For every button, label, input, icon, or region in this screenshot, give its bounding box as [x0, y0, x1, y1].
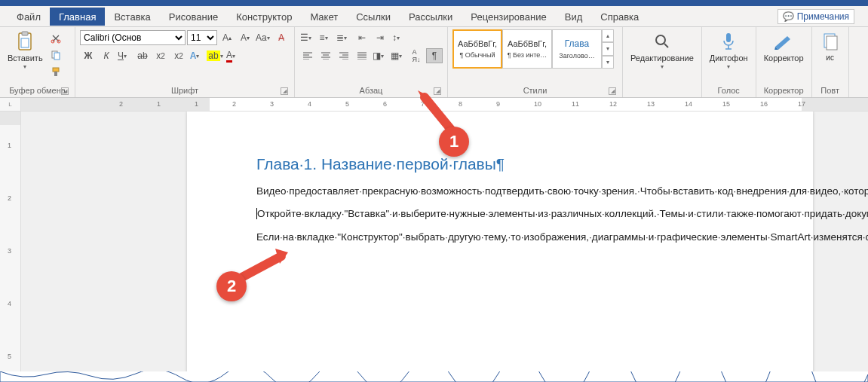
- tab-design[interactable]: Конструктор: [227, 8, 301, 26]
- svg-rect-2: [21, 38, 29, 47]
- clear-formatting-button[interactable]: A̶: [273, 30, 290, 45]
- tab-file[interactable]: Файл: [8, 8, 50, 26]
- comments-button[interactable]: 💬 Примечания: [778, 9, 854, 24]
- copy-button[interactable]: [48, 47, 64, 63]
- styles-scroll-up[interactable]: ▴: [602, 29, 614, 42]
- style-no-spacing[interactable]: АаБбВвГг, ¶ Без инте…: [502, 29, 552, 69]
- multilevel-button[interactable]: ≣▾: [336, 30, 352, 45]
- styles-expand[interactable]: ▾: [602, 56, 614, 69]
- highlight-button[interactable]: ab▾: [207, 48, 223, 63]
- decrease-indent-button[interactable]: ⇤: [354, 30, 370, 45]
- svg-rect-6: [54, 53, 60, 60]
- title-bar: [0, 0, 868, 6]
- tab-home[interactable]: Главная: [50, 8, 105, 26]
- font-dialog-launcher[interactable]: ◢: [281, 87, 288, 95]
- paragraph-group-label: Абзац: [360, 86, 383, 95]
- justify-button[interactable]: [354, 48, 370, 63]
- files-icon: [820, 31, 841, 52]
- tab-insert[interactable]: Вставка: [105, 8, 159, 26]
- styles-dialog-launcher[interactable]: ◢: [609, 87, 616, 95]
- tab-help[interactable]: Справка: [591, 8, 648, 26]
- tab-selector[interactable]: L: [0, 98, 21, 111]
- svg-point-9: [656, 35, 665, 44]
- font-size-select[interactable]: 11: [187, 30, 217, 45]
- search-icon: [652, 31, 673, 52]
- svg-rect-10: [726, 33, 731, 42]
- svg-rect-12: [827, 36, 837, 50]
- format-painter-button[interactable]: [48, 64, 64, 79]
- change-case-button[interactable]: Aa▾: [255, 30, 271, 45]
- tab-review[interactable]: Рецензирование: [462, 8, 555, 26]
- underline-button[interactable]: Ч▾: [116, 48, 133, 63]
- show-hide-paragraph-button[interactable]: ¶: [426, 48, 443, 63]
- align-right-button[interactable]: [336, 48, 352, 63]
- annotation-callout-2: 2: [216, 271, 247, 301]
- tab-layout[interactable]: Макет: [301, 8, 347, 26]
- comments-label: Примечания: [797, 11, 849, 22]
- document-page: Глава·1. Название·первой·главы¶ Видео·пр…: [187, 112, 813, 382]
- editor-button[interactable]: Корректор: [761, 29, 807, 64]
- clipboard-dialog-launcher[interactable]: ◢: [61, 87, 69, 95]
- numbering-button[interactable]: ≡▾: [317, 30, 334, 45]
- styles-scroll-down[interactable]: ▾: [602, 42, 614, 55]
- tab-references[interactable]: Ссылки: [347, 8, 400, 26]
- increase-font-button[interactable]: A▴: [219, 30, 235, 45]
- vertical-ruler[interactable]: 12345: [0, 112, 21, 382]
- clipboard-icon: [14, 31, 35, 52]
- editor-icon: [773, 31, 794, 52]
- align-left-button[interactable]: [299, 48, 316, 63]
- decrease-font-button[interactable]: A▾: [237, 30, 253, 45]
- text-effects-button[interactable]: A▾: [189, 48, 205, 63]
- superscript-button[interactable]: x2: [170, 48, 187, 63]
- align-center-button[interactable]: [317, 48, 334, 63]
- increase-indent-button[interactable]: ⇥: [372, 30, 388, 45]
- comment-icon: 💬: [783, 11, 794, 22]
- shading-button[interactable]: ◨▾: [372, 48, 388, 63]
- borders-button[interactable]: ▦▾: [390, 48, 406, 63]
- font-name-select[interactable]: Calibri (Основ: [80, 30, 186, 45]
- italic-button[interactable]: К: [98, 48, 115, 63]
- paste-button[interactable]: Вставить ▾: [5, 29, 46, 72]
- torn-edge: [0, 371, 868, 382]
- paragraph-2[interactable]: Откройте·вкладку·"Вставка"·и·выберите·ну…: [256, 206, 759, 222]
- font-group-label: Шрифт: [171, 86, 198, 95]
- svg-rect-7: [53, 68, 59, 72]
- annotation-callout-1: 1: [439, 127, 469, 157]
- style-normal[interactable]: АаБбВвГг, ¶ Обычный: [452, 29, 502, 69]
- clipboard-group-label: Буфер обмена: [9, 86, 66, 95]
- microphone-icon: [718, 31, 739, 52]
- ribbon-tabs: Файл Главная Вставка Рисование Конструкт…: [0, 6, 868, 27]
- bullets-button[interactable]: ☰▾: [299, 30, 316, 45]
- editor-group-label: Корректор: [761, 86, 807, 96]
- tab-draw[interactable]: Рисование: [160, 8, 227, 26]
- subscript-button[interactable]: x2: [152, 48, 169, 63]
- dictate-button[interactable]: Диктофон ▾: [707, 29, 751, 72]
- svg-rect-8: [54, 72, 57, 76]
- reuse-files-button[interactable]: ис: [817, 29, 844, 63]
- styles-group-label: Стили: [523, 86, 547, 95]
- paragraph-1[interactable]: Видео·предоставляет·прекрасную·возможнос…: [256, 184, 759, 199]
- editing-button[interactable]: Редактирование ▾: [627, 29, 697, 72]
- font-color-button[interactable]: A▾: [225, 48, 241, 63]
- tab-mailings[interactable]: Рассылки: [400, 8, 462, 26]
- styles-gallery[interactable]: АаБбВвГг, ¶ Обычный АаБбВвГг, ¶ Без инте…: [452, 29, 614, 69]
- workspace: 12345 Глава·1. Название·первой·главы¶ Ви…: [0, 112, 868, 382]
- heading-1[interactable]: Глава·1. Название·первой·главы¶: [256, 155, 759, 173]
- cut-button[interactable]: [48, 31, 64, 46]
- voice-group-label: Голос: [707, 86, 751, 96]
- style-heading1[interactable]: Глава Заголово…: [552, 29, 602, 69]
- strikethrough-button[interactable]: ab: [134, 48, 151, 63]
- line-spacing-button[interactable]: ↕▾: [390, 30, 406, 45]
- paragraph-3[interactable]: Если·на·вкладке·"Конструктор"·выбрать·др…: [256, 230, 759, 245]
- bold-button[interactable]: Ж: [80, 48, 97, 63]
- overflow-group-label: Повт: [817, 86, 844, 96]
- svg-rect-1: [22, 32, 28, 35]
- sort-button[interactable]: АЯ↓: [408, 48, 425, 63]
- tab-view[interactable]: Вид: [556, 8, 592, 26]
